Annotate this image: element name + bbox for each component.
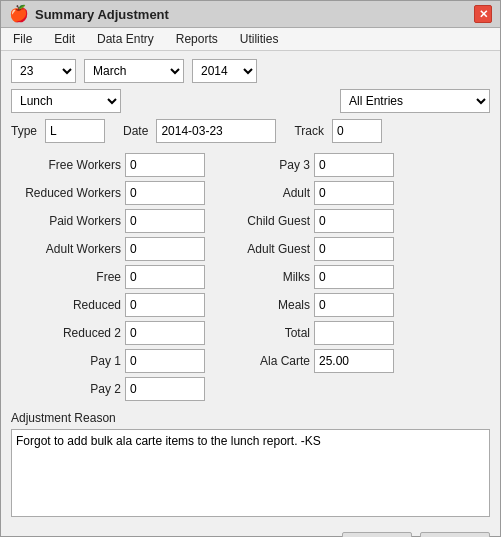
field-pay3: Pay 3	[225, 153, 394, 177]
window-title: Summary Adjustment	[35, 7, 169, 22]
field-milks: Milks	[225, 265, 394, 289]
right-fields: Pay 3 Adult Child Guest Adult Guest Milk…	[225, 153, 394, 401]
total-input[interactable]	[314, 321, 394, 345]
track-input[interactable]	[332, 119, 382, 143]
free-label: Free	[11, 270, 121, 284]
adult-workers-label: Adult Workers	[11, 242, 121, 256]
menu-bar: File Edit Data Entry Reports Utilities	[1, 28, 500, 51]
left-fields: Free Workers Reduced Workers Paid Worker…	[11, 153, 205, 401]
field-total: Total	[225, 321, 394, 345]
paid-workers-label: Paid Workers	[11, 214, 121, 228]
clear-button[interactable]: Clear	[342, 532, 412, 537]
child-guest-input[interactable]	[314, 209, 394, 233]
field-adult-workers: Adult Workers	[11, 237, 205, 261]
close-button[interactable]: ✕	[474, 5, 492, 23]
total-label: Total	[225, 326, 310, 340]
field-pay2: Pay 2	[11, 377, 205, 401]
field-reduced-workers: Reduced Workers	[11, 181, 205, 205]
free-input[interactable]	[125, 265, 205, 289]
field-pay1: Pay 1	[11, 349, 205, 373]
adult-workers-input[interactable]	[125, 237, 205, 261]
reduced-label: Reduced	[11, 298, 121, 312]
menu-edit[interactable]: Edit	[48, 30, 81, 48]
type-input[interactable]	[45, 119, 105, 143]
title-bar-left: 🍎 Summary Adjustment	[9, 6, 169, 22]
type-label: Type	[11, 124, 37, 138]
child-guest-label: Child Guest	[225, 214, 310, 228]
date-input[interactable]	[156, 119, 276, 143]
type-date-track-row: Type Date Track	[11, 119, 490, 143]
field-child-guest: Child Guest	[225, 209, 394, 233]
day-selector[interactable]: 23	[11, 59, 76, 83]
ala-carte-label: Ala Carte	[225, 354, 310, 368]
save-button[interactable]: Save	[420, 532, 490, 537]
entries-selector[interactable]: All Entries	[340, 89, 490, 113]
track-label: Track	[294, 124, 324, 138]
free-workers-label: Free Workers	[11, 158, 121, 172]
ala-carte-input[interactable]	[314, 349, 394, 373]
free-workers-input[interactable]	[125, 153, 205, 177]
menu-utilities[interactable]: Utilities	[234, 30, 285, 48]
adult-guest-label: Adult Guest	[225, 242, 310, 256]
milks-label: Milks	[225, 270, 310, 284]
adult-label: Adult	[225, 186, 310, 200]
pay1-input[interactable]	[125, 349, 205, 373]
paid-workers-input[interactable]	[125, 209, 205, 233]
date-label: Date	[123, 124, 148, 138]
adjustment-textarea[interactable]: Forgot to add bulk ala carte items to th…	[11, 429, 490, 517]
main-grid: Free Workers Reduced Workers Paid Worker…	[11, 153, 490, 401]
pay2-input[interactable]	[125, 377, 205, 401]
field-reduced-2: Reduced 2	[11, 321, 205, 345]
content-area: 23 March 2014 Lunch All Entries Type Dat…	[1, 51, 500, 537]
meals-label: Meals	[225, 298, 310, 312]
apple-icon: 🍎	[9, 6, 29, 22]
menu-data-entry[interactable]: Data Entry	[91, 30, 160, 48]
meal-entries-row: Lunch All Entries	[11, 89, 490, 113]
adult-input[interactable]	[314, 181, 394, 205]
adjustment-section: Adjustment Reason Forgot to add bulk ala…	[11, 411, 490, 520]
adjustment-label: Adjustment Reason	[11, 411, 490, 425]
menu-reports[interactable]: Reports	[170, 30, 224, 48]
reduced-2-input[interactable]	[125, 321, 205, 345]
reduced-workers-label: Reduced Workers	[11, 186, 121, 200]
adult-guest-input[interactable]	[314, 237, 394, 261]
month-selector[interactable]: March	[84, 59, 184, 83]
field-ala-carte: Ala Carte	[225, 349, 394, 373]
main-window: 🍎 Summary Adjustment ✕ File Edit Data En…	[0, 0, 501, 537]
milks-input[interactable]	[314, 265, 394, 289]
reduced-2-label: Reduced 2	[11, 326, 121, 340]
field-adult: Adult	[225, 181, 394, 205]
reduced-workers-input[interactable]	[125, 181, 205, 205]
meals-input[interactable]	[314, 293, 394, 317]
reduced-input[interactable]	[125, 293, 205, 317]
field-meals: Meals	[225, 293, 394, 317]
pay3-label: Pay 3	[225, 158, 310, 172]
button-row: Clear Save	[11, 532, 490, 537]
date-row: 23 March 2014	[11, 59, 490, 83]
field-adult-guest: Adult Guest	[225, 237, 394, 261]
field-free-workers: Free Workers	[11, 153, 205, 177]
pay2-label: Pay 2	[11, 382, 121, 396]
menu-file[interactable]: File	[7, 30, 38, 48]
title-bar: 🍎 Summary Adjustment ✕	[1, 1, 500, 28]
year-selector[interactable]: 2014	[192, 59, 257, 83]
field-free: Free	[11, 265, 205, 289]
meal-selector[interactable]: Lunch	[11, 89, 121, 113]
pay3-input[interactable]	[314, 153, 394, 177]
field-paid-workers: Paid Workers	[11, 209, 205, 233]
pay1-label: Pay 1	[11, 354, 121, 368]
field-reduced: Reduced	[11, 293, 205, 317]
